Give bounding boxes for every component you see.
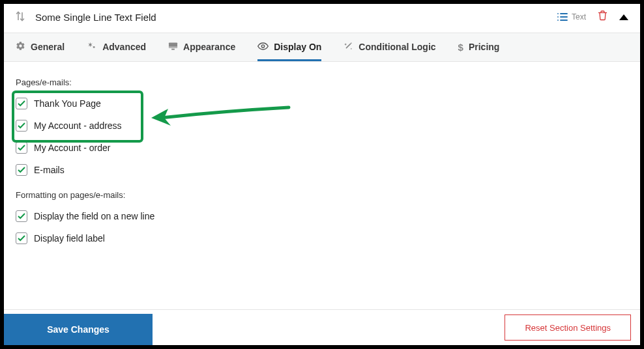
header-left: Some Single Line Text Field [16, 11, 156, 23]
wand-icon [344, 41, 353, 53]
checkbox-field-label[interactable] [16, 232, 27, 244]
monitor-icon [168, 42, 178, 53]
checkbox-account-order[interactable] [16, 142, 27, 154]
reset-section-button[interactable]: Reset Section Settings [505, 314, 631, 341]
dollar-icon: $ [458, 42, 463, 53]
option-account-order: My Account - order [16, 142, 628, 154]
collapse-toggle-icon[interactable] [619, 14, 628, 20]
svg-rect-9 [169, 46, 177, 48]
option-new-line: Display the field on a new line [16, 210, 628, 222]
save-changes-button[interactable]: Save Changes [4, 314, 153, 345]
option-new-line-label: Display the field on a new line [34, 211, 154, 221]
header-right: Text [557, 10, 628, 23]
eye-icon [257, 42, 269, 52]
field-type-label: Text [572, 12, 586, 21]
option-emails-label: E-mails [34, 165, 65, 175]
gears-icon [87, 41, 97, 53]
formatting-section-label: Formatting on pages/e-mails: [16, 190, 628, 200]
panel-footer: Save Changes Reset Section Settings [4, 309, 640, 345]
field-settings-panel: Some Single Line Text Field Text General [4, 4, 640, 345]
checkbox-new-line[interactable] [16, 210, 27, 222]
field-title: Some Single Line Text Field [35, 12, 156, 23]
svg-point-11 [262, 45, 265, 48]
checkbox-account-address[interactable] [16, 120, 27, 132]
tab-appearance-label: Appearance [183, 42, 235, 52]
tab-pricing-label: Pricing [469, 42, 499, 52]
tab-advanced-label: Advanced [102, 42, 146, 52]
option-emails: E-mails [16, 164, 628, 176]
tab-display-on-label: Display On [274, 42, 321, 52]
checkbox-thank-you[interactable] [16, 98, 27, 109]
tab-general[interactable]: General [16, 33, 65, 61]
delete-icon[interactable] [598, 10, 607, 23]
option-thank-you-label: Thank You Page [34, 98, 101, 109]
option-account-address: My Account - address [16, 120, 628, 132]
display-on-content: Pages/e-mails: Thank You Page My Account… [4, 62, 640, 244]
option-account-order-label: My Account - order [34, 143, 111, 153]
option-thank-you: Thank You Page [16, 98, 628, 109]
text-type-icon [557, 12, 568, 21]
drag-handle-icon[interactable] [16, 11, 25, 23]
pages-section-label: Pages/e-mails: [16, 77, 628, 87]
tab-conditional-label: Conditional Logic [359, 42, 435, 52]
svg-point-6 [89, 44, 92, 46]
option-field-label-label: Display field label [34, 233, 105, 244]
tab-display-on[interactable]: Display On [257, 33, 321, 61]
svg-point-7 [93, 46, 95, 48]
field-type-indicator[interactable]: Text [557, 12, 586, 21]
tabs-bar: General Advanced Appearance Display On C… [4, 33, 640, 62]
checkbox-emails[interactable] [16, 164, 27, 176]
svg-rect-10 [171, 48, 175, 49]
tab-pricing[interactable]: $ Pricing [458, 33, 500, 61]
option-account-address-label: My Account - address [34, 120, 122, 131]
tab-appearance[interactable]: Appearance [168, 33, 235, 61]
tab-conditional-logic[interactable]: Conditional Logic [344, 33, 435, 61]
tab-general-label: General [31, 42, 65, 52]
gear-icon [16, 41, 25, 53]
panel-header: Some Single Line Text Field Text [4, 4, 640, 33]
tab-advanced[interactable]: Advanced [87, 33, 146, 61]
option-field-label: Display field label [16, 232, 628, 244]
